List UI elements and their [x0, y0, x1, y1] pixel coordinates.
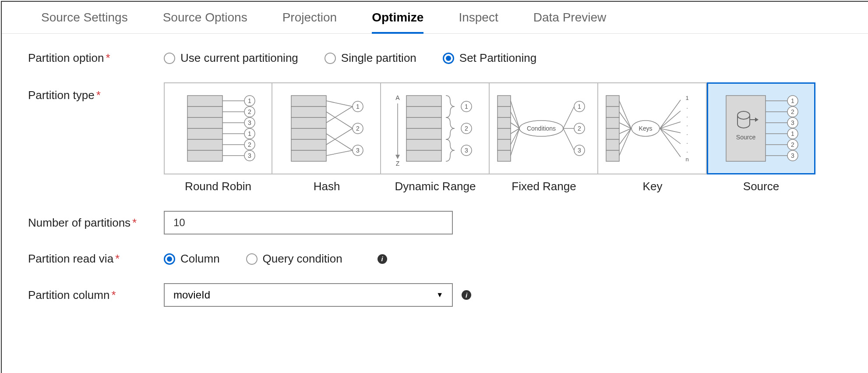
- svg-rect-28: [291, 139, 326, 150]
- svg-line-35: [326, 150, 353, 156]
- svg-text:1: 1: [578, 103, 581, 110]
- svg-rect-4: [187, 139, 222, 150]
- svg-rect-82: [606, 107, 619, 117]
- partition-type-cards: 1 2 3 1 2 3 Round Robin: [164, 82, 815, 193]
- label-partition-option: Partition option*: [28, 51, 164, 65]
- svg-rect-58: [498, 96, 511, 107]
- svg-text:.: .: [686, 139, 688, 145]
- label-partition-type: Partition type*: [28, 82, 164, 102]
- svg-text:Conditions: Conditions: [527, 125, 556, 132]
- row-partition-read-via: Partition read via* Column Query conditi…: [28, 252, 842, 266]
- svg-text:3: 3: [791, 119, 794, 126]
- dropdown-partition-column[interactable]: movieId ▼: [164, 283, 453, 307]
- svg-text:2: 2: [791, 141, 794, 148]
- card-fixed-range[interactable]: Conditions 1 2 3 Fixed Range: [490, 82, 598, 193]
- optimize-panel: Source Settings Source Options Projectio…: [1, 1, 868, 373]
- svg-text:.: .: [686, 147, 688, 154]
- chevron-down-icon: ▼: [436, 291, 443, 299]
- diagram-hash: 1 2 3: [282, 91, 370, 166]
- card-round-robin[interactable]: 1 2 3 1 2 3 Round Robin: [164, 82, 272, 193]
- svg-text:1: 1: [685, 95, 688, 101]
- radio-column[interactable]: Column: [164, 252, 220, 266]
- svg-rect-60: [498, 117, 511, 128]
- svg-marker-44: [395, 155, 400, 159]
- svg-text:Z: Z: [396, 160, 400, 167]
- card-hash[interactable]: 1 2 3 Hash: [272, 82, 381, 193]
- radios-partition-read-via: Column Query condition i: [164, 252, 387, 266]
- svg-rect-109: [726, 96, 766, 161]
- row-partition-type: Partition type*: [28, 82, 842, 193]
- row-partition-column: Partition column* movieId ▼ i: [28, 283, 842, 307]
- tab-inspect[interactable]: Inspect: [441, 11, 515, 33]
- svg-rect-49: [406, 128, 441, 139]
- svg-rect-62: [498, 139, 511, 150]
- diagram-fixed-range: Conditions 1 2 3: [495, 91, 592, 166]
- svg-rect-29: [291, 150, 326, 161]
- svg-line-97: [660, 122, 681, 128]
- diagram-round-robin: 1 2 3 1 2 3: [174, 91, 262, 166]
- svg-text:2: 2: [465, 125, 468, 132]
- svg-line-72: [563, 107, 574, 128]
- info-icon[interactable]: i: [378, 254, 387, 264]
- svg-text:3: 3: [465, 147, 468, 154]
- label-num-partitions: Number of partitions*: [28, 216, 164, 230]
- input-num-partitions[interactable]: [164, 211, 453, 234]
- svg-text:n: n: [685, 156, 688, 163]
- svg-line-100: [660, 128, 681, 157]
- svg-text:Source: Source: [736, 134, 756, 141]
- tab-bar: Source Settings Source Options Projectio…: [2, 2, 868, 34]
- svg-rect-26: [291, 117, 326, 128]
- tab-source-settings[interactable]: Source Settings: [24, 11, 145, 33]
- svg-rect-81: [606, 96, 619, 107]
- svg-text:1: 1: [791, 130, 794, 137]
- svg-text:3: 3: [248, 152, 251, 159]
- svg-rect-25: [291, 107, 326, 117]
- svg-rect-24: [291, 96, 326, 107]
- card-source[interactable]: Source 1 2: [707, 82, 815, 193]
- svg-text:3: 3: [248, 119, 251, 126]
- svg-text:A: A: [395, 94, 400, 101]
- svg-line-74: [563, 128, 574, 150]
- svg-text:2: 2: [248, 141, 251, 148]
- svg-text:1: 1: [248, 130, 251, 137]
- svg-rect-84: [606, 128, 619, 139]
- svg-rect-51: [406, 150, 441, 161]
- svg-rect-85: [606, 139, 619, 150]
- svg-text:3: 3: [356, 147, 360, 154]
- diagram-source: Source 1 2: [717, 91, 805, 166]
- svg-rect-1: [187, 107, 222, 117]
- form-content: Partition option* Use current partitioni…: [2, 34, 868, 342]
- svg-rect-61: [498, 128, 511, 139]
- label-partition-column: Partition column*: [28, 288, 164, 302]
- radio-single-partition[interactable]: Single partition: [325, 51, 416, 65]
- svg-rect-0: [187, 96, 222, 107]
- tab-optimize[interactable]: Optimize: [354, 11, 441, 33]
- svg-text:2: 2: [248, 108, 251, 115]
- svg-text:.: .: [686, 112, 688, 119]
- svg-rect-59: [498, 107, 511, 117]
- tab-data-preview[interactable]: Data Preview: [516, 11, 624, 33]
- tab-projection[interactable]: Projection: [265, 11, 355, 33]
- info-icon[interactable]: i: [462, 290, 471, 300]
- tab-source-options[interactable]: Source Options: [145, 11, 265, 33]
- svg-text:1: 1: [356, 103, 360, 110]
- svg-text:3: 3: [791, 152, 794, 159]
- radios-partition-option: Use current partitioning Single partitio…: [164, 51, 536, 65]
- svg-text:1: 1: [465, 103, 468, 110]
- svg-rect-27: [291, 128, 326, 139]
- card-key[interactable]: Keys 1 . . . . .: [598, 82, 707, 193]
- card-dynamic-range[interactable]: A Z: [381, 82, 490, 193]
- svg-rect-86: [606, 150, 619, 161]
- svg-text:2: 2: [791, 108, 794, 115]
- radio-use-current-partitioning[interactable]: Use current partitioning: [164, 51, 298, 65]
- svg-rect-5: [187, 150, 222, 161]
- svg-rect-46: [406, 96, 441, 107]
- svg-text:2: 2: [356, 125, 360, 132]
- diagram-key: Keys 1 . . . . .: [604, 91, 700, 166]
- radio-query-condition[interactable]: Query condition: [246, 252, 342, 266]
- label-partition-read-via: Partition read via*: [28, 252, 164, 266]
- svg-rect-50: [406, 139, 441, 150]
- svg-text:1: 1: [248, 97, 251, 104]
- svg-rect-48: [406, 117, 441, 128]
- radio-set-partitioning[interactable]: Set Partitioning: [443, 51, 536, 65]
